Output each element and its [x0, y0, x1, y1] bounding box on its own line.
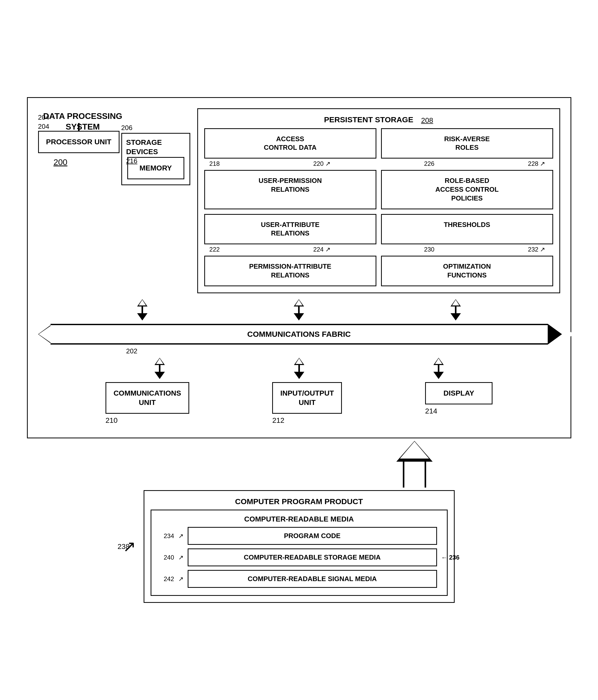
- bottom-units: COMMUNICATIONS UNIT 210 INPUT/OUTPUT UNI…: [38, 382, 560, 425]
- crm-rows: 234 ↗ PROGRAM CODE 240 ↗ COMPUTER-READAB…: [156, 527, 442, 591]
- crm-row-2: 242 ↗ COMPUTER-READABLE SIGNAL MEDIA: [161, 570, 437, 588]
- ps-header: PERSISTENT STORAGE 208: [204, 115, 553, 126]
- data-processing-system-box: DATA PROCESSING SYSTEM 200 204 204 PROCE…: [27, 97, 571, 439]
- display-arrow: [433, 358, 444, 378]
- ps-grid-row2: USER-PERMISSIONRELATIONS ROLE-BASEDACCES…: [204, 170, 553, 209]
- comm-unit: COMMUNICATIONS UNIT 210: [105, 382, 189, 425]
- mem-arrow: [294, 299, 304, 320]
- crm-box: COMPUTER-READABLE MEDIA 234 ↗ PROGRAM CO…: [151, 509, 448, 596]
- ps-grid-row4: PERMISSION-ATTRIBUTERELATIONS OPTIMIZATI…: [204, 256, 553, 286]
- comm-unit-box: COMMUNICATIONS UNIT: [105, 382, 189, 414]
- ps-arrow: [451, 299, 461, 320]
- ps-cell-risk-averse: RISK-AVERSEROLES: [381, 128, 553, 159]
- crm-title: COMPUTER-READABLE MEDIA: [156, 515, 442, 523]
- ref-230: 230: [424, 246, 434, 253]
- crm-row-0: 234 ↗ PROGRAM CODE: [161, 527, 437, 545]
- persistent-storage-box: PERSISTENT STORAGE 208 ACCESSCONTROL DAT…: [197, 108, 560, 293]
- display-box: DISPLAY: [425, 382, 493, 404]
- ref-232: 232 ↗: [528, 246, 545, 253]
- dps-label: DATA PROCESSING SYSTEM: [43, 111, 122, 132]
- ps-cell-role-based: ROLE-BASEDACCESS CONTROLPOLICIES: [381, 170, 553, 209]
- persistent-storage-section: PERSISTENT STORAGE 208 ACCESSCONTROL DAT…: [197, 108, 560, 293]
- ref-224: 224 ↗: [313, 246, 331, 253]
- row0-curve: ↗: [178, 532, 184, 540]
- row1-curve: ↗: [178, 554, 184, 561]
- storage-devices-ref: 216: [126, 157, 137, 165]
- dps-ref: 200: [54, 157, 67, 167]
- connector-arrow: [396, 441, 433, 488]
- row2-curve: ↗: [178, 575, 184, 583]
- cpp-outer-bracket: ↗: [123, 539, 136, 554]
- io-unit-arrow: [294, 358, 304, 378]
- processor-unit-box: PROCESSOR UNIT: [38, 131, 119, 153]
- ps-cell-user-attr: USER-ATTRIBUTERELATIONS: [204, 214, 376, 245]
- ref-226: 226: [424, 160, 434, 167]
- ps-cell-user-permission: USER-PERMISSIONRELATIONS: [204, 170, 376, 209]
- ref-218: 218: [210, 160, 220, 167]
- comm-fabric-label: COMMUNICATIONS FABRIC: [247, 330, 351, 339]
- ps-cell-access-control: ACCESSCONTROL DATA: [204, 128, 376, 159]
- ps-row3-refs: 222 224 ↗ 230 232 ↗: [204, 244, 553, 256]
- diagram-container: DATA PROCESSING SYSTEM 200 204 204 PROCE…: [27, 97, 571, 603]
- row1-side-ref: ← 236: [441, 554, 460, 561]
- ps-grid-row1: ACCESSCONTROL DATA RISK-AVERSEROLES: [204, 128, 553, 159]
- row0-ref: 234: [161, 532, 174, 540]
- arrows-row: [38, 298, 560, 321]
- storage-ref-label: 206: [121, 124, 190, 132]
- row1-ref: 240: [161, 554, 174, 561]
- crm-row-1: 240 ↗ COMPUTER-READABLE STORAGE MEDIA ← …: [161, 548, 437, 566]
- row2-box: COMPUTER-READABLE SIGNAL MEDIA: [188, 570, 437, 588]
- ref-220: 220 ↗: [313, 160, 331, 167]
- cpp-section: 238 ↗ COMPUTER PROGRAM PRODUCT COMPUTER-…: [144, 490, 455, 603]
- top-section: 204 204 PROCESSOR UNIT 206 STORA: [38, 108, 560, 293]
- row2-ref: 242: [161, 575, 174, 583]
- ps-grid-row3: USER-ATTRIBUTERELATIONS THRESHOLDS: [204, 214, 553, 245]
- row0-box: PROGRAM CODE: [188, 527, 437, 545]
- bottom-arrows-row: [38, 358, 560, 378]
- ps-title: PERSISTENT STORAGE: [324, 115, 413, 124]
- ps-cell-perm-attr: PERMISSION-ATTRIBUTERELATIONS: [204, 256, 376, 286]
- io-unit-box: INPUT/OUTPUT UNIT: [272, 382, 342, 414]
- display-unit: DISPLAY 214: [425, 382, 493, 425]
- ref-222: 222: [210, 246, 220, 253]
- proc-unit-wrapper: 204 PROCESSOR UNIT: [38, 131, 119, 153]
- io-unit: INPUT/OUTPUT UNIT 212: [272, 382, 342, 425]
- row1-box: COMPUTER-READABLE STORAGE MEDIA ← 236: [188, 548, 437, 566]
- comm-fabric-row: COMMUNICATIONS FABRIC: [38, 324, 560, 345]
- proc-arrow: [137, 299, 147, 320]
- proc-ref-label: 204: [38, 123, 49, 130]
- ps-ref: 208: [421, 116, 433, 125]
- comm-unit-ref: 210: [105, 416, 118, 425]
- ps-cell-optim: OPTIMIZATIONFUNCTIONS: [381, 256, 553, 286]
- storage-devices-wrapper: 206 STORAGE DEVICES 216 MEMORY: [121, 124, 190, 185]
- ps-cell-thresholds: THRESHOLDS: [381, 214, 553, 245]
- comm-fabric-body: COMMUNICATIONS FABRIC: [51, 324, 548, 345]
- io-unit-ref: 212: [272, 416, 284, 425]
- comm-unit-arrow: [154, 358, 165, 378]
- storage-devices-section: 206 STORAGE DEVICES 216 MEMORY: [119, 108, 192, 185]
- storage-devices-label: STORAGE DEVICES: [126, 138, 162, 157]
- cpp-outer-box: COMPUTER PROGRAM PRODUCT COMPUTER-READAB…: [144, 490, 455, 603]
- storage-devices-box: STORAGE DEVICES 216 MEMORY: [121, 133, 190, 185]
- ps-row1-refs: 218 220 ↗ 226 228 ↗: [204, 158, 553, 170]
- ref-228: 228 ↗: [528, 160, 545, 167]
- spacer2: [204, 209, 553, 214]
- display-ref: 214: [425, 407, 437, 415]
- cpp-title: COMPUTER PROGRAM PRODUCT: [151, 497, 448, 506]
- comm-fabric-ref: 202: [38, 347, 560, 355]
